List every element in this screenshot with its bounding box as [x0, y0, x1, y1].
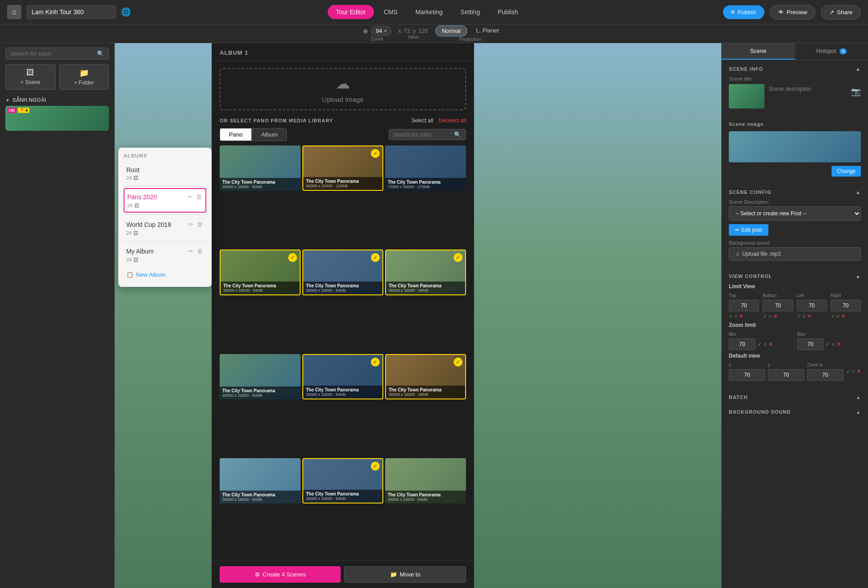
album-count-paris: 24: [127, 203, 133, 208]
circle-icon-default[interactable]: ○: [852, 368, 855, 375]
media-library-header: OR SELECT PANO FROM MEDIA LIBRARY Select…: [212, 117, 474, 128]
camera-icon[interactable]: 📷: [851, 87, 861, 97]
image-card-2[interactable]: The City Town Panorama 72000 x 36000 · 2…: [385, 145, 466, 191]
check-icon-zoom-min[interactable]: ✓: [757, 341, 762, 347]
change-button[interactable]: Change: [832, 166, 861, 177]
album-actions-worldcup: ✏ 🗑: [188, 220, 204, 229]
publish-button[interactable]: Publish: [723, 5, 764, 19]
tab-album[interactable]: Album: [252, 128, 287, 141]
image-card-8[interactable]: ✓ The City Town Panorama 36000 x 18000 ·…: [385, 354, 466, 399]
media-actions: Select all Deselect all: [411, 117, 466, 124]
x-icon-bottom[interactable]: ✕: [773, 313, 778, 319]
left-sidebar: 🔍 🖼 + Scene 📁 + Folder ▼ SẢNH NGOÀI HD 📍…: [0, 43, 115, 588]
search-pano-input[interactable]: [394, 132, 451, 138]
x-icon-top[interactable]: ✕: [739, 313, 743, 319]
delete-album-paris-button[interactable]: 🗑: [195, 193, 203, 201]
zoom-max-input[interactable]: [797, 338, 824, 350]
scene-thumbnail[interactable]: HD 📍 4: [5, 106, 109, 131]
create-scenes-button[interactable]: ⚙ Create 4 Scenes: [220, 566, 341, 583]
move-to-button[interactable]: 📁 Move to: [344, 566, 466, 583]
deselect-all-button[interactable]: Deselect all: [438, 117, 466, 124]
new-album-button[interactable]: 📋 New Album: [124, 268, 206, 282]
upload-zone[interactable]: ☁ Upload Image: [220, 68, 466, 110]
globe-icon[interactable]: 🌐: [121, 7, 131, 17]
upload-mp3-button[interactable]: ♫ Upload file .mp3: [729, 247, 861, 261]
image-card-6[interactable]: The City Town Panorama 40000 x 20000 · 8…: [220, 354, 301, 399]
x-icon-zoom-min[interactable]: ✕: [768, 341, 773, 347]
circle-icon-bottom[interactable]: ○: [768, 313, 772, 319]
normal-projection-btn[interactable]: Normal: [435, 25, 467, 36]
album-item-root[interactable]: Root 24 🖼: [124, 163, 206, 184]
image-card-0[interactable]: The City Town Panorama 40000 x 20000 · 8…: [220, 145, 301, 191]
image-card-1[interactable]: ✓ The City Town Panorama 40000 x 20000 ·…: [302, 145, 383, 191]
nav-tab-marketing[interactable]: Marketing: [407, 5, 450, 19]
post-select[interactable]: -- Select or create new Post --: [729, 206, 861, 221]
image-card-7[interactable]: ✓ The City Town Panorama 36000 x 18000 ·…: [302, 354, 383, 399]
image-card-5[interactable]: ✓ The City Town Panorama 36000 x 18000 ·…: [385, 250, 466, 295]
x-icon-left[interactable]: ✕: [807, 313, 812, 319]
tab-hotspot[interactable]: Hotspot 4: [795, 43, 868, 60]
check-icon-top[interactable]: ✓: [729, 313, 733, 319]
x-icon-zoom-max[interactable]: ✕: [837, 341, 841, 347]
image-count-icon-worldcup: 🖼: [133, 230, 138, 236]
edit-album-paris-button[interactable]: ✏: [187, 193, 193, 201]
add-scene-button[interactable]: 🖼 + Scene: [5, 64, 56, 90]
nav-tab-cms[interactable]: CMS: [376, 5, 406, 19]
scene-info-row: Scene description 📷: [729, 84, 861, 109]
tab-pano[interactable]: Pano: [220, 128, 252, 141]
search-wrap[interactable]: 🔍: [5, 48, 109, 60]
check-icon-default[interactable]: ✓: [846, 368, 851, 375]
check-icon-zoom-max[interactable]: ✓: [826, 341, 830, 347]
delete-album-myalbum-button[interactable]: 🗑: [196, 247, 204, 255]
album-item-paris[interactable]: Paris 2020 ✏ 🗑 24 🖼: [124, 188, 206, 213]
limit-left-input[interactable]: [797, 300, 827, 311]
circle-icon-top[interactable]: ○: [735, 313, 738, 319]
check-icon-left[interactable]: ✓: [797, 313, 801, 319]
batch-title[interactable]: BATCH ▲: [729, 395, 861, 400]
collapse-config-icon[interactable]: ▲: [856, 189, 861, 195]
select-all-button[interactable]: Select all: [411, 117, 433, 124]
zoom-min-input[interactable]: [729, 338, 755, 350]
planet-projection-btn[interactable]: L. Planet: [470, 25, 505, 36]
tab-scene[interactable]: Scene: [722, 43, 795, 60]
image-card-11[interactable]: The City Town Panorama 36000 x 18000 · 9…: [385, 458, 466, 503]
limit-top-input[interactable]: [729, 300, 759, 311]
tour-title-input[interactable]: [27, 5, 116, 19]
nav-tab-tour-editor[interactable]: Tour Editor: [328, 5, 374, 19]
delete-album-worldcup-button[interactable]: 🗑: [196, 220, 204, 229]
share-button[interactable]: ↗ Share: [821, 5, 861, 20]
edit-post-button[interactable]: ✏ Edit post: [729, 224, 768, 236]
circle-icon-right[interactable]: ○: [836, 313, 840, 319]
search-pano-wrap[interactable]: 🔍: [389, 129, 466, 140]
image-card-4[interactable]: ✓ The City Town Panorama 36000 x 18000 ·…: [302, 250, 383, 295]
collapse-icon[interactable]: ▲: [856, 66, 861, 72]
zoom-control[interactable]: 94 ▾: [371, 26, 391, 36]
album-item-myalbum[interactable]: My Album ✏ 🗑 24 🖼: [124, 243, 206, 266]
preview-button[interactable]: 👁 Preview: [770, 5, 816, 20]
x-icon-default[interactable]: ✕: [856, 368, 861, 375]
nav-tab-publish[interactable]: Publish: [490, 5, 526, 19]
bg-sound-title[interactable]: BACKGROUND SOUND ▲: [729, 409, 861, 415]
circle-icon-zoom-min[interactable]: ○: [764, 341, 767, 347]
limit-bottom-input[interactable]: [763, 300, 793, 311]
x-icon-right[interactable]: ✕: [841, 313, 845, 319]
check-icon-right[interactable]: ✓: [831, 313, 835, 319]
edit-album-myalbum-button[interactable]: ✏: [188, 247, 194, 255]
collapse-view-icon[interactable]: ▲: [856, 274, 861, 279]
check-icon-bottom[interactable]: ✓: [763, 313, 767, 319]
circle-icon-zoom-max[interactable]: ○: [832, 341, 835, 347]
nav-tab-setting[interactable]: Setting: [453, 5, 488, 19]
image-card-3[interactable]: ✓ The City Town Panorama 36000 x 18000 ·…: [220, 250, 301, 295]
hotspot-badge: 4: [840, 48, 847, 54]
default-view-y-input[interactable]: [768, 369, 804, 381]
limit-right-input[interactable]: [831, 300, 861, 311]
album-item-worldcup[interactable]: World Cup 2018 ✏ 🗑 24 🖼: [124, 217, 206, 239]
image-card-10[interactable]: ✓ The City Town Panorama 36000 x 18000 ·…: [302, 458, 383, 503]
edit-album-worldcup-button[interactable]: ✏: [188, 220, 194, 229]
default-view-x-input[interactable]: [729, 369, 765, 381]
add-folder-button[interactable]: 📁 + Folder: [59, 64, 109, 90]
image-card-9[interactable]: The City Town Panorama 36000 x 18000 · 9…: [220, 458, 301, 503]
search-input[interactable]: [10, 50, 94, 57]
default-view-zoom-input[interactable]: [807, 369, 844, 381]
circle-icon-left[interactable]: ○: [803, 313, 806, 319]
